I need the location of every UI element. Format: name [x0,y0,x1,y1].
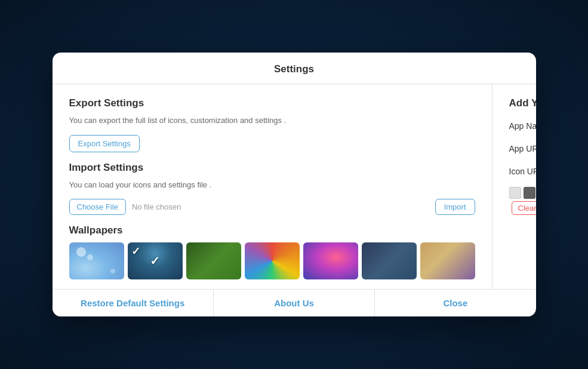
app-name-label: App Name [509,121,536,131]
about-us-button[interactable]: About Us [214,290,375,316]
import-button[interactable]: Import [435,199,475,215]
icon-url-row: Icon URL [509,164,536,179]
color-row: Clear Add [509,187,536,215]
right-panel: Add Your App App Name App URL Ico [492,84,536,288]
add-app-title: Add Your App [509,97,536,109]
icon-url-label: Icon URL [509,167,536,176]
import-title: Import Settings [69,162,475,174]
wallpapers-section: Wallpapers ✓ [53,215,492,289]
no-file-text: No file chosen [132,202,181,211]
import-desc: You can load your icons and settings fil… [69,180,475,190]
color-swatch-gray[interactable] [524,187,535,199]
settings-modal: Settings Export Settings You can export … [53,53,536,316]
export-section: Export Settings You can export the full … [53,84,492,152]
color-swatch-lightgray[interactable] [509,187,521,199]
modal-title: Settings [53,53,536,84]
export-title: Export Settings [69,97,475,109]
modal-body: Export Settings You can export the full … [53,84,536,288]
wallpapers-title: Wallpapers [69,225,475,236]
color-section: Clear Add [509,187,536,215]
export-desc: You can export the full list of icons, c… [69,115,475,126]
app-form-fields: App Name App URL Icon URL [509,119,536,215]
close-button[interactable]: Close [375,290,535,316]
app-form-area: App Name App URL Icon URL [509,119,536,215]
wallpaper-5[interactable] [303,242,358,279]
modal-footer: Restore Default Settings About Us Close [53,289,536,316]
wallpapers-grid: ✓ [69,242,475,279]
wallpaper-2[interactable]: ✓ [128,242,183,279]
app-url-label: App URL [509,144,536,153]
wallpaper-7[interactable] [420,242,475,279]
import-section: Import Settings You can load your icons … [53,152,492,215]
app-name-row: App Name [509,119,536,133]
import-row: Choose File No file chosen Import [69,199,475,215]
export-settings-button[interactable]: Export Settings [69,135,140,152]
choose-file-button[interactable]: Choose File [69,199,126,215]
clear-button[interactable]: Clear [512,201,536,215]
wallpaper-1[interactable] [69,242,124,279]
wallpaper-3[interactable] [186,242,241,279]
restore-defaults-button[interactable]: Restore Default Settings [53,290,214,316]
app-url-row: App URL [509,142,536,156]
wallpaper-4[interactable] [245,242,300,279]
wallpaper-6[interactable] [362,242,417,279]
left-panel: Export Settings You can export the full … [53,84,492,288]
